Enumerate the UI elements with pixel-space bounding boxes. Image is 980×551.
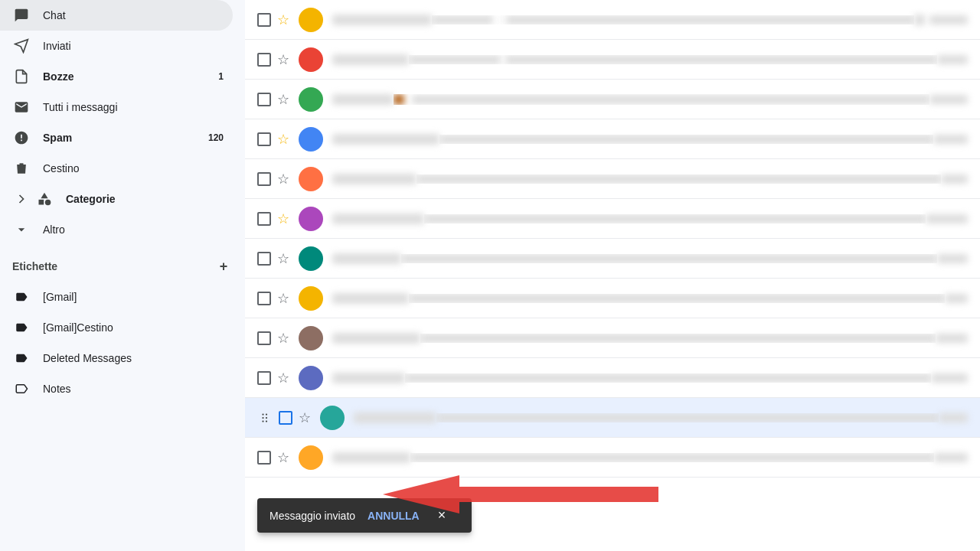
- table-row[interactable]: ☆: [245, 239, 980, 279]
- avatar: [299, 246, 323, 271]
- spam-icon: [12, 129, 31, 147]
- sidebar-item-categorie[interactable]: Categorie: [0, 184, 233, 214]
- snackbar-close-button[interactable]: ×: [438, 507, 446, 523]
- star-icon[interactable]: ☆: [277, 290, 289, 307]
- table-row[interactable]: ☆: [245, 119, 980, 159]
- svg-point-5: [262, 416, 263, 418]
- email-content: [405, 373, 931, 383]
- chat-icon: [12, 6, 31, 24]
- table-row[interactable]: ☆: [245, 159, 980, 199]
- star-icon[interactable]: ☆: [277, 250, 289, 267]
- undo-button[interactable]: Annulla: [368, 510, 420, 522]
- avatar: [299, 167, 323, 191]
- email-content: [432, 15, 914, 24]
- sidebar-item-notes[interactable]: Notes: [0, 373, 233, 404]
- sidebar-item-altro[interactable]: Altro: [0, 214, 233, 245]
- add-label-button[interactable]: +: [214, 257, 233, 276]
- avatar: [299, 286, 323, 311]
- collapse-icon: [12, 220, 31, 239]
- svg-marker-0: [15, 40, 28, 53]
- row-controls: ☆: [257, 370, 292, 386]
- email-content: [436, 413, 939, 422]
- avatar: [299, 366, 323, 390]
- svg-point-4: [266, 413, 267, 415]
- avatar: [299, 445, 323, 470]
- dot-grid-icon[interactable]: [257, 409, 276, 427]
- send-icon: [12, 37, 31, 55]
- sidebar-item-bozze[interactable]: Bozze 1: [0, 61, 233, 92]
- sidebar-item-chat-label: Chat: [43, 9, 224, 21]
- star-icon[interactable]: ☆: [277, 51, 289, 68]
- email-content: [394, 94, 929, 105]
- sender-name: [332, 373, 405, 383]
- row-checkbox[interactable]: [257, 93, 271, 106]
- sender-name: [332, 54, 409, 65]
- sidebar-item-gmailcestino-label: [Gmail]Cestino: [43, 321, 224, 334]
- sidebar-item-inviati[interactable]: Inviati: [0, 31, 233, 61]
- svg-rect-2: [39, 200, 44, 205]
- row-checkbox[interactable]: [257, 331, 271, 345]
- table-row[interactable]: ☆: [245, 358, 980, 398]
- spam-badge: 120: [208, 132, 224, 143]
- row-checkbox[interactable]: [257, 132, 271, 146]
- sender-name: [354, 412, 436, 423]
- star-icon[interactable]: ☆: [277, 210, 289, 227]
- all-mail-icon: [12, 98, 31, 116]
- sidebar-item-spam[interactable]: Spam 120: [0, 122, 233, 153]
- star-icon[interactable]: ☆: [277, 11, 289, 28]
- sidebar-item-spam-label: Spam: [43, 132, 202, 144]
- table-row[interactable]: ☆: [245, 438, 980, 478]
- row-checkbox[interactable]: [257, 292, 271, 305]
- star-icon[interactable]: ☆: [277, 370, 289, 386]
- category-expand-icon: [12, 190, 31, 208]
- sidebar-item-chat[interactable]: Chat: [0, 0, 233, 31]
- table-row[interactable]: ☆: [245, 80, 980, 119]
- row-checkbox[interactable]: [279, 411, 292, 425]
- star-icon[interactable]: ☆: [299, 409, 311, 426]
- table-row[interactable]: ☆: [245, 279, 980, 318]
- sender-name: [332, 15, 432, 25]
- star-icon[interactable]: ☆: [277, 171, 289, 187]
- row-checkbox[interactable]: [257, 172, 271, 186]
- email-content: [401, 254, 937, 263]
- table-row[interactable]: ☆: [245, 318, 980, 358]
- sidebar-item-deleted[interactable]: Deleted Messages: [0, 343, 233, 373]
- table-row[interactable]: ☆: [245, 199, 980, 239]
- row-checkbox[interactable]: [257, 13, 271, 27]
- sender-name: [332, 174, 416, 184]
- sidebar-item-bozze-label: Bozze: [43, 70, 212, 83]
- sender-name: [332, 214, 424, 224]
- svg-point-6: [266, 416, 267, 418]
- trash-icon: [12, 159, 31, 178]
- table-row[interactable]: ☆: [245, 0, 980, 40]
- labels-section-title: Etichette: [12, 260, 57, 272]
- email-content: [439, 135, 933, 144]
- draft-icon: [12, 67, 31, 86]
- avatar: [299, 326, 323, 350]
- email-list: ☆ ☆: [245, 0, 980, 551]
- table-row[interactable]: ☆: [245, 40, 980, 80]
- category-icon: [35, 190, 54, 208]
- sidebar-item-gmail[interactable]: [Gmail]: [0, 282, 233, 312]
- email-content: [420, 334, 936, 343]
- sidebar-item-cestino[interactable]: Cestino: [0, 153, 233, 184]
- email-list-container: ☆ ☆: [245, 0, 980, 551]
- sidebar-item-gmailcestino[interactable]: [Gmail]Cestino: [0, 312, 233, 343]
- row-controls: ☆: [257, 290, 292, 307]
- star-icon[interactable]: ☆: [277, 330, 289, 347]
- row-checkbox[interactable]: [257, 252, 271, 266]
- row-checkbox[interactable]: [257, 53, 271, 67]
- sidebar-item-tutti[interactable]: Tutti i messaggi: [0, 92, 233, 122]
- row-checkbox[interactable]: [257, 212, 271, 226]
- table-row[interactable]: ☆: [245, 398, 980, 438]
- avatar: [299, 207, 323, 231]
- star-icon[interactable]: ☆: [277, 449, 289, 466]
- row-controls: ☆: [257, 449, 292, 466]
- row-controls: ☆: [257, 409, 314, 427]
- star-icon[interactable]: ☆: [277, 131, 289, 148]
- label-deleted-icon: [12, 349, 31, 367]
- row-checkbox[interactable]: [257, 371, 271, 385]
- row-checkbox[interactable]: [257, 451, 271, 465]
- bozze-badge: 1: [218, 71, 224, 82]
- star-icon[interactable]: ☆: [277, 91, 289, 108]
